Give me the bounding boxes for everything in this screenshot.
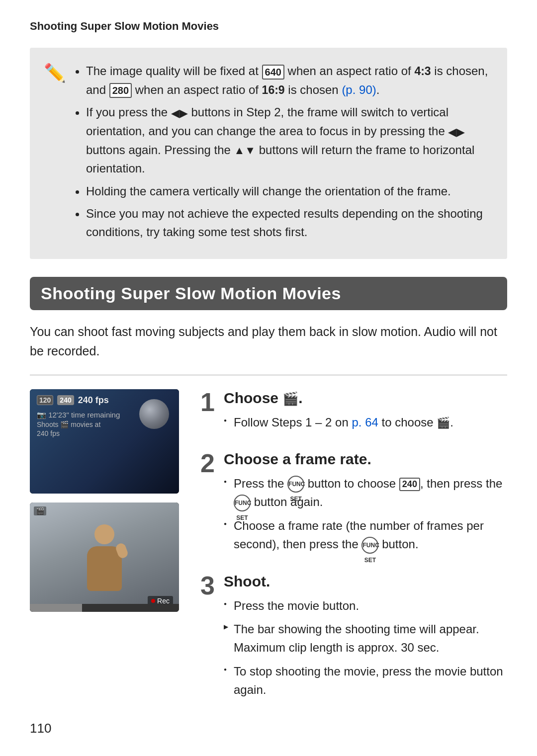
left-images: 120 240 240 fps 📷 12'23" time remaining … — [30, 389, 179, 612]
camera-screen-2: Rec 🎬 — [30, 503, 179, 612]
step-3-item-1: Press the movie button. — [224, 596, 507, 615]
step-3-content: Shoot. Press the movie button. The bar s… — [224, 573, 507, 704]
main-content: 120 240 240 fps 📷 12'23" time remaining … — [30, 389, 507, 704]
screen1-shoots-fps: 240 fps — [37, 429, 172, 437]
arrow-ud-icon: ▲▼ — [234, 142, 256, 159]
step-2-number: 2 — [195, 450, 215, 476]
step-3-item-2: The bar showing the shooting time will a… — [224, 620, 507, 657]
movie-icon-step1: 🎬 — [282, 391, 298, 406]
step-3-item-3: To stop shooting the movie, press the mo… — [224, 662, 507, 699]
note-icon: ✏️ — [44, 63, 66, 84]
step-2-item-1: Press the FUNCSET button to choose 240, … — [224, 474, 507, 511]
step-1-title: Choose 🎬. — [224, 389, 507, 407]
screen1-badge-240: 240 — [57, 395, 74, 405]
movie-icon-inline: 🎬 — [437, 417, 450, 429]
link-p90: (p. 90) — [342, 83, 376, 96]
screen1-badge-120: 120 — [37, 395, 53, 405]
note-content: The image quality will be fixed at 640 w… — [75, 62, 493, 245]
progress-bar — [30, 604, 179, 612]
step-3-items: Press the movie button. The bar showing … — [224, 596, 507, 699]
camera-screen-1: 120 240 240 fps 📷 12'23" time remaining … — [30, 389, 179, 494]
arrow-lr-icon: ◀▶ — [171, 105, 188, 122]
step-1-items: Follow Steps 1 – 2 on p. 64 to choose 🎬. — [224, 413, 507, 431]
arrow-lr-icon2: ◀▶ — [448, 124, 465, 141]
step-1-item-1: Follow Steps 1 – 2 on p. 64 to choose 🎬. — [224, 413, 507, 431]
screen1-fps: 240 fps — [78, 395, 109, 406]
step-3: 3 Shoot. Press the movie button. The bar… — [195, 573, 507, 704]
intro-text: You can shoot fast moving subjects and p… — [30, 322, 507, 361]
steps-column: 1 Choose 🎬. Follow Steps 1 – 2 on p. 64 … — [195, 389, 507, 704]
screen2-top-icons: 🎬 — [34, 506, 46, 515]
step-3-number: 3 — [195, 573, 215, 598]
note-item-1: The image quality will be fixed at 640 w… — [86, 62, 493, 99]
func-btn-1: FUNCSET — [287, 476, 304, 493]
page-number: 110 — [30, 721, 51, 736]
ball-graphic — [139, 399, 169, 429]
step-1-content: Choose 🎬. Follow Steps 1 – 2 on p. 64 to… — [224, 389, 507, 436]
func-btn-3: FUNCSET — [361, 537, 378, 554]
step-2: 2 Choose a frame rate. Press the FUNCSET… — [195, 450, 507, 559]
section-header: Shooting Super Slow Motion Movies — [30, 277, 507, 310]
screen2-icon1: 🎬 — [34, 506, 46, 515]
link-p64: p. 64 — [352, 416, 378, 429]
step-1-number: 1 — [195, 389, 215, 415]
ratio-169: 16:9 — [262, 84, 285, 96]
person-graphic — [77, 524, 132, 604]
badge-640: 640 — [262, 65, 284, 80]
progress-bar-fill — [30, 604, 82, 612]
badge-280: 280 — [109, 83, 132, 98]
step-2-content: Choose a frame rate. Press the FUNCSET b… — [224, 450, 507, 559]
note-item-3: Holding the camera vertically will chang… — [86, 182, 493, 200]
note-box: ✏️ The image quality will be fixed at 64… — [30, 48, 507, 259]
icon-240-1: 240 — [399, 478, 420, 491]
note-item-2: If you press the ◀▶ buttons in Step 2, t… — [86, 103, 493, 177]
step-2-item-2: Choose a frame rate (the number of frame… — [224, 516, 507, 554]
step-3-title: Shoot. — [224, 573, 507, 590]
rec-dot — [151, 599, 155, 603]
ratio-43: 4:3 — [414, 65, 431, 78]
divider — [30, 375, 507, 375]
note-item-4: Since you may not achieve the expected r… — [86, 204, 493, 241]
step-2-items: Press the FUNCSET button to choose 240, … — [224, 474, 507, 554]
step-2-title: Choose a frame rate. — [224, 450, 507, 468]
breadcrumb: Shooting Super Slow Motion Movies — [30, 20, 507, 33]
step-1: 1 Choose 🎬. Follow Steps 1 – 2 on p. 64 … — [195, 389, 507, 436]
func-btn-2: FUNCSET — [234, 495, 251, 511]
